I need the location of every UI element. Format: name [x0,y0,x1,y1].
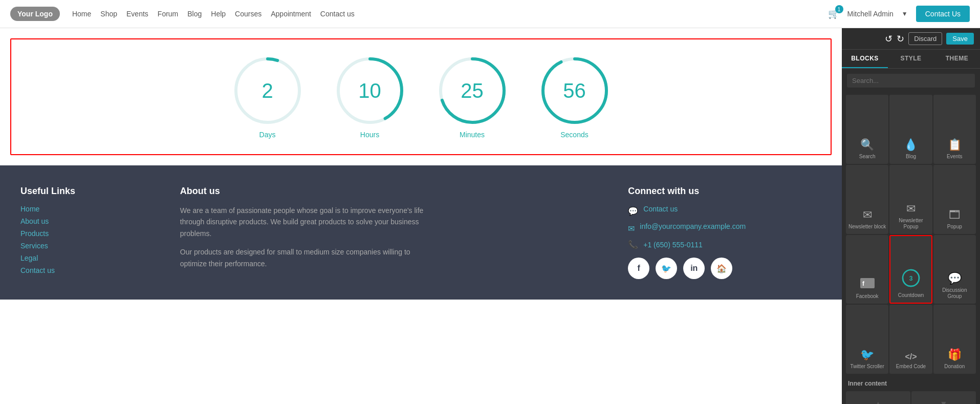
blocks-grid: 🔍 Search 💧 Blog 📋 Events ✉ Newsletter bl… [842,93,980,376]
inner-block-2[interactable]: ▼ [911,391,976,404]
about-title: About us [180,186,438,197]
footer-link-contact[interactable]: Contact us [20,266,149,274]
contact-button[interactable]: Contact Us [916,6,970,22]
embed-block-icon: </> [905,352,917,362]
inner-block-1-icon: ▲ [874,399,882,404]
footer: Useful Links Home About us Products Serv… [0,165,842,300]
about-text1: We are a team of passionate people whose… [180,205,438,239]
block-newsletter[interactable]: ✉ Newsletter block [846,165,888,234]
connect-email-link[interactable]: info@yourcompany.example.com [640,222,746,230]
linkedin-btn[interactable]: in [683,258,705,279]
cart-badge: 1 [835,5,843,13]
about-text2: Our products are designed for small to m… [180,246,438,269]
twitter-btn[interactable]: 🐦 [656,258,677,279]
countdown-days: 2 Days [232,55,303,139]
footer-link-services[interactable]: Services [20,242,149,250]
block-events-label: Events [947,154,963,160]
block-discussion[interactable]: 💬 Discussion Group [933,235,976,304]
nav-forum[interactable]: Forum [158,10,178,18]
connect-contact-link[interactable]: Contact us [643,205,678,213]
countdown-circles: 2 Days 10 [32,55,810,139]
home-btn[interactable]: 🏠 [711,258,732,279]
nav-appointment[interactable]: Appointment [271,10,311,18]
countdown-block-icon: 3 [902,269,920,290]
block-popup-label: Popup [947,224,962,230]
nav-help[interactable]: Help [211,10,226,18]
footer-link-home[interactable]: Home [20,205,149,213]
main-layout: 2 Days 10 [0,28,980,404]
nav-courses[interactable]: Courses [235,10,262,18]
footer-about: About us We are a team of passionate peo… [180,186,438,279]
footer-link-about[interactable]: About us [20,217,149,225]
days-number: 2 [262,80,273,101]
search-block-icon: 🔍 [860,138,874,152]
block-embed-label: Embed Code [896,364,926,370]
phone-icon: 📞 [628,240,638,249]
seconds-label: Seconds [560,131,588,139]
twitter-block-icon: 🐦 [860,348,874,362]
nav-blog[interactable]: Blog [187,10,202,18]
chat-icon: 💬 [628,206,638,216]
nav-home[interactable]: Home [72,10,91,18]
newsletter-popup-icon: ✉ [906,202,916,216]
email-icon: ✉ [628,224,635,233]
tab-style[interactable]: STYLE [888,50,934,68]
events-block-icon: 📋 [948,138,962,152]
block-facebook-label: Facebook [856,293,879,300]
search-input[interactable] [847,74,975,88]
admin-chevron: ▼ [902,10,908,17]
tab-blocks[interactable]: BLOCKS [842,50,888,68]
nav-right: 🛒1 Mitchell Admin ▼ Contact Us [828,6,970,22]
donation-block-icon: 🎁 [948,348,962,362]
svg-text:3: 3 [909,275,913,282]
block-donation[interactable]: 🎁 Donation [933,305,976,374]
inner-block-1[interactable]: ▲ [846,391,910,404]
minutes-label: Minutes [460,131,485,139]
block-blog-label: Blog [906,154,916,160]
footer-useful-links: Useful Links Home About us Products Serv… [20,186,149,279]
days-label: Days [259,131,276,139]
block-events[interactable]: 📋 Events [933,95,976,164]
block-blog[interactable]: 💧 Blog [889,95,932,164]
connect-title: Connect with us [628,186,821,197]
days-text: 2 [262,80,273,101]
facebook-block-icon: f [860,278,875,291]
facebook-btn[interactable]: f [628,258,649,279]
navbar: Your Logo Home Shop Events Forum Blog He… [0,0,980,28]
nav-links: Home Shop Events Forum Blog Help Courses… [72,10,828,18]
hours-circle: 10 [334,55,406,126]
right-panel: ↺ ↻ Discard Save BLOCKS STYLE THEME 🔍 Se… [842,28,980,404]
useful-links-title: Useful Links [20,186,149,197]
nav-events[interactable]: Events [126,10,148,18]
cart-icon[interactable]: 🛒1 [828,8,839,19]
hours-label: Hours [360,131,379,139]
panel-top-btns: ↺ ↻ Discard Save [885,32,974,45]
seconds-number: 56 [563,80,586,101]
panel-tabs: BLOCKS STYLE THEME [842,50,980,69]
nav-shop[interactable]: Shop [100,10,117,18]
footer-link-products[interactable]: Products [20,229,149,238]
countdown-section: 2 Days 10 [10,38,832,155]
days-circle: 2 [232,55,303,126]
connect-phone-text: +1 (650) 555-0111 [643,241,703,249]
block-newsletter-label: Newsletter block [848,224,886,230]
discard-button[interactable]: Discard [908,32,942,45]
connect-phone: 📞 +1 (650) 555-0111 [628,240,821,249]
block-facebook[interactable]: f Facebook [846,235,888,304]
search-box [847,74,975,88]
redo-button[interactable]: ↻ [897,33,904,45]
block-popup[interactable]: 🗔 Popup [933,165,976,234]
block-search[interactable]: 🔍 Search [846,95,888,164]
undo-button[interactable]: ↺ [885,33,892,45]
footer-link-legal[interactable]: Legal [20,254,149,262]
nav-contact-us[interactable]: Contact us [320,10,355,18]
logo: Your Logo [10,7,60,21]
minutes-circle: 25 [437,55,508,126]
save-button[interactable]: Save [946,33,974,45]
block-countdown[interactable]: 3 Countdown [889,235,932,304]
block-embed[interactable]: </> Embed Code [889,305,932,374]
tab-theme[interactable]: THEME [934,50,980,68]
block-newsletter-popup[interactable]: ✉ Newsletter Popup [889,165,932,234]
block-twitter[interactable]: 🐦 Twitter Scroller [846,305,888,374]
countdown-minutes: 25 Minutes [437,55,508,139]
